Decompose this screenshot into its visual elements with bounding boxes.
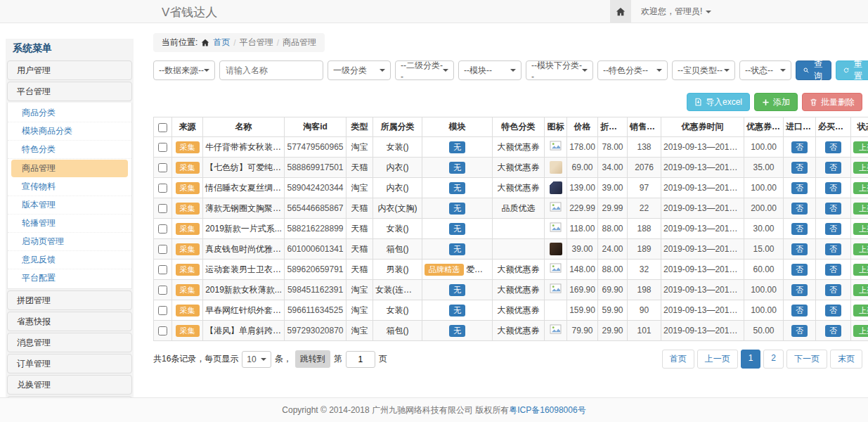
sidebar-subitem-4[interactable]: 宣传物料	[8, 178, 131, 196]
module-badge[interactable]: 品牌精选	[425, 264, 464, 276]
filter-select-data-source[interactable]: --数据来源--	[153, 60, 215, 80]
source-badge: 采集	[176, 162, 200, 174]
import-select-toggle[interactable]: 否	[791, 182, 808, 194]
must-buy-toggle[interactable]: 否	[825, 264, 841, 276]
sidebar-subitem-7[interactable]: 启动页管理	[8, 233, 131, 251]
sidebar-item-2[interactable]: 拼团管理	[7, 290, 132, 310]
icp-link[interactable]: 粤ICP备16098006号	[509, 404, 585, 416]
sidebar-subitem-2[interactable]: 特色分类	[8, 141, 131, 159]
column-header-5: 模块	[422, 117, 493, 137]
row-checkbox[interactable]	[158, 224, 167, 234]
sidebar-subitem-0[interactable]: 商品分类	[8, 104, 131, 122]
module-badge[interactable]: 无	[449, 223, 465, 235]
module-badge[interactable]: 无	[449, 141, 465, 153]
sidebar-item-6[interactable]: 兑换管理	[7, 375, 132, 395]
filter-select-6[interactable]: --状态--	[739, 60, 791, 80]
status-badge[interactable]: 上架	[853, 162, 868, 174]
status-badge[interactable]: 上架	[853, 243, 868, 255]
module-badge[interactable]: 无	[449, 182, 465, 194]
sidebar-subitem-9[interactable]: 平台配置	[8, 269, 131, 287]
row-checkbox[interactable]	[158, 286, 167, 295]
pager-button-1[interactable]: 上一页	[697, 350, 738, 369]
sidebar-item-1[interactable]: 平台管理	[7, 82, 132, 101]
filter-select-3[interactable]: --模块下分类--	[526, 60, 593, 80]
pager-button-5[interactable]: 末页	[830, 350, 862, 369]
import-excel-button[interactable]: 导入excel	[687, 93, 750, 111]
module-badge[interactable]: 无	[449, 284, 465, 296]
import-select-toggle[interactable]: 否	[791, 141, 808, 153]
sidebar: 系统菜单 用户管理平台管理商品分类模块商品分类特色分类商品管理宣传物料版本管理轮…	[6, 39, 134, 397]
status-badge[interactable]: 上架	[853, 223, 868, 235]
sidebar-subitem-5[interactable]: 版本管理	[8, 196, 131, 215]
select-all-checkbox[interactable]	[158, 123, 167, 132]
user-menu[interactable]: 欢迎您，管理员!	[641, 6, 711, 18]
module-badge[interactable]: 无	[449, 162, 465, 174]
sidebar-item-0[interactable]: 用户管理	[7, 60, 132, 80]
chevron-down-icon	[724, 69, 730, 72]
module-badge[interactable]: 无	[449, 325, 465, 337]
row-checkbox[interactable]	[158, 184, 167, 193]
import-select-toggle[interactable]: 否	[791, 264, 808, 276]
search-button[interactable]: 查询	[796, 60, 831, 80]
pager-button-2[interactable]: 1	[741, 350, 761, 369]
row-checkbox[interactable]	[158, 204, 167, 213]
filter-select-1[interactable]: --二级分类--	[395, 60, 454, 80]
module-badge[interactable]: 无	[449, 203, 465, 215]
import-select-toggle[interactable]: 否	[791, 223, 808, 235]
per-page-select[interactable]: 10	[242, 351, 271, 368]
status-badge[interactable]: 上架	[853, 325, 868, 337]
status-badge[interactable]: 上架	[853, 284, 868, 296]
sidebar-subitem-1[interactable]: 模块商品分类	[8, 122, 131, 141]
batch-delete-button[interactable]: 批量删除	[802, 93, 862, 111]
add-button[interactable]: 添加	[754, 93, 798, 111]
sidebar-item-5[interactable]: 订单管理	[7, 354, 132, 373]
must-buy-toggle[interactable]: 否	[825, 325, 841, 337]
sidebar-subitem-6[interactable]: 轮播管理	[8, 215, 131, 233]
import-select-toggle[interactable]: 否	[791, 243, 808, 255]
row-checkbox[interactable]	[158, 326, 167, 335]
filter-select-2[interactable]: --模块--	[458, 60, 522, 80]
status-badge[interactable]: 上架	[853, 203, 868, 215]
reset-button[interactable]: 重置	[836, 60, 868, 80]
filter-select-5[interactable]: --宝贝类型--	[672, 60, 735, 80]
sidebar-item-3[interactable]: 省惠快报	[7, 312, 132, 331]
must-buy-toggle[interactable]: 否	[825, 141, 841, 153]
row-checkbox[interactable]	[158, 163, 167, 172]
status-badge[interactable]: 上架	[853, 182, 868, 194]
sidebar-subitem-3[interactable]: 商品管理	[11, 160, 128, 177]
status-badge[interactable]: 上架	[853, 141, 868, 153]
status-badge[interactable]: 上架	[853, 305, 868, 316]
module-badge[interactable]: 无	[449, 305, 465, 316]
coupon-time: 2019-09-13—2019-09-15	[661, 260, 744, 280]
filter-select-4[interactable]: --特色分类--	[597, 60, 668, 80]
pager-button-0[interactable]: 首页	[662, 350, 694, 369]
must-buy-toggle[interactable]: 否	[825, 223, 841, 235]
import-select-toggle[interactable]: 否	[791, 305, 808, 316]
must-buy-toggle[interactable]: 否	[825, 284, 841, 296]
status-badge[interactable]: 上架	[853, 264, 868, 276]
must-buy-toggle[interactable]: 否	[825, 182, 841, 194]
row-checkbox[interactable]	[158, 265, 167, 274]
home-button[interactable]	[610, 0, 631, 23]
row-checkbox[interactable]	[158, 306, 167, 315]
must-buy-toggle[interactable]: 否	[825, 162, 841, 174]
import-select-toggle[interactable]: 否	[791, 284, 808, 296]
must-buy-toggle[interactable]: 否	[825, 243, 841, 255]
import-select-toggle[interactable]: 否	[791, 203, 808, 215]
row-checkbox[interactable]	[158, 245, 167, 254]
import-select-toggle[interactable]: 否	[791, 325, 808, 337]
pager-button-3[interactable]: 2	[763, 350, 784, 369]
name-search-input[interactable]	[219, 60, 323, 80]
module-badge[interactable]: 无	[449, 243, 465, 255]
sidebar-item-4[interactable]: 消息管理	[7, 333, 132, 352]
row-checkbox[interactable]	[158, 143, 167, 152]
sidebar-subitem-8[interactable]: 意见反馈	[8, 251, 131, 269]
pager-button-4[interactable]: 下一页	[786, 350, 827, 369]
page-number-input[interactable]	[346, 351, 375, 368]
breadcrumb-home-link[interactable]: 首页	[213, 37, 230, 49]
jump-to-button[interactable]: 跳转到	[295, 350, 330, 368]
must-buy-toggle[interactable]: 否	[825, 203, 841, 215]
import-select-toggle[interactable]: 否	[791, 162, 808, 174]
filter-select-0[interactable]: 一级分类	[328, 60, 391, 80]
must-buy-toggle[interactable]: 否	[825, 305, 841, 316]
